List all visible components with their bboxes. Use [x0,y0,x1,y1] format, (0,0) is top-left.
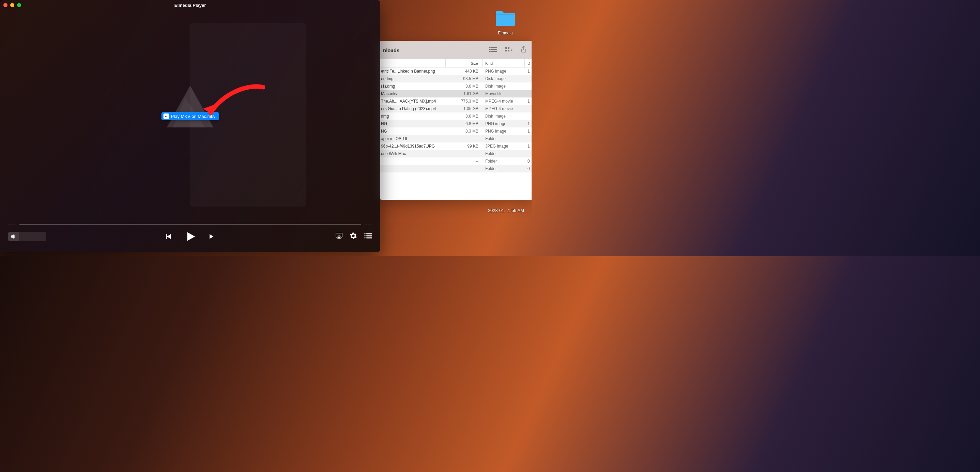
desktop-folder-label: Elmedia [490,31,521,35]
volume-slider[interactable] [19,232,46,241]
player-window[interactable]: Elmedia Player ▸ Play MKV on Mac.mkv --:… [0,0,380,252]
mute-button[interactable] [8,232,19,241]
table-row[interactable]: ers Gui...to Dating (2023).mp41.05 GBMPE… [378,105,531,113]
screenshot-timestamp: 2023-01...1.59 AM [488,208,524,213]
close-button[interactable] [3,3,8,7]
svg-rect-9 [366,238,372,238]
previous-button[interactable] [164,232,172,241]
svg-rect-5 [366,234,372,234]
svg-rect-3 [508,50,509,51]
table-row[interactable]: --Folder0 [378,157,531,165]
player-viewport[interactable]: ▸ Play MKV on Mac.mkv [0,10,380,222]
finder-column-headers[interactable]: Size Kind D [378,59,531,67]
svg-rect-2 [505,50,507,51]
table-row[interactable]: dmg3.6 MBDisk Image [378,113,531,120]
table-row[interactable]: NG8.3 MBPNG image1 [378,127,531,135]
svg-rect-1 [508,47,509,49]
fullscreen-button[interactable] [17,3,21,7]
play-button[interactable] [185,231,196,242]
time-elapsed: --:-- [8,222,16,226]
airplay-button[interactable] [335,232,343,241]
table-row[interactable]: etric Te...LinkedIn Banner.png443 KBPNG … [378,67,531,75]
svg-point-8 [364,237,366,238]
finder-col-size[interactable]: Size [471,61,478,65]
list-view-icon[interactable] [488,46,498,54]
drag-file-name: Play MKV on Mac.mkv [171,114,216,119]
table-row[interactable]: The.Air.....AAC-[YTS.MX].mp4775.3 MBMPEG… [378,97,531,105]
svg-rect-0 [505,47,507,49]
player-title: Elmedia Player [0,3,380,8]
table-row[interactable]: 96b-42...f-f49d13915ad7.JPG99 KBJPEG ima… [378,143,531,150]
time-remaining: --:-- [364,222,372,226]
player-controls: --:-- --:-- [0,222,380,252]
table-row[interactable]: NG6.8 MBPNG image1 [378,120,531,127]
finder-col-date[interactable]: D [528,61,530,65]
next-button[interactable] [208,232,216,241]
elmedia-logo-icon [159,79,221,142]
table-row[interactable]: er.dmg93.5 MBDisk Image [378,75,531,83]
finder-title: nloads [383,48,399,53]
player-titlebar[interactable]: Elmedia Player [0,0,380,10]
file-icon: ▸ [164,113,169,119]
minimize-button[interactable] [10,3,14,7]
table-row[interactable]: one With Mac--Folder [378,150,531,157]
settings-button[interactable] [350,232,357,241]
svg-point-6 [364,235,366,237]
drag-file-chip: ▸ Play MKV on Mac.mkv [162,112,219,120]
table-row[interactable]: --Folder0 [378,165,531,172]
finder-file-list[interactable]: etric Te...LinkedIn Banner.png443 KBPNG … [378,67,531,200]
playlist-button[interactable] [364,233,372,240]
table-row[interactable]: Mac.mkv1.61 GBMovie file [378,90,531,97]
desktop-folder[interactable]: Elmedia [490,10,521,35]
svg-point-4 [364,233,366,234]
finder-col-kind[interactable]: Kind [485,61,493,65]
group-icon[interactable] [505,46,513,54]
table-row[interactable]: aper in iOS 16--Folder [378,135,531,143]
svg-rect-7 [366,235,372,237]
share-icon[interactable] [521,46,527,54]
volume-control[interactable] [8,232,46,241]
finder-window[interactable]: nloads Size Kind D etric Te...LinkedIn B… [378,41,531,200]
table-row[interactable]: (1).dmg3.6 MBDisk Image [378,83,531,90]
progress-slider[interactable] [19,224,361,225]
finder-toolbar: nloads [378,41,531,59]
folder-icon [495,10,516,27]
